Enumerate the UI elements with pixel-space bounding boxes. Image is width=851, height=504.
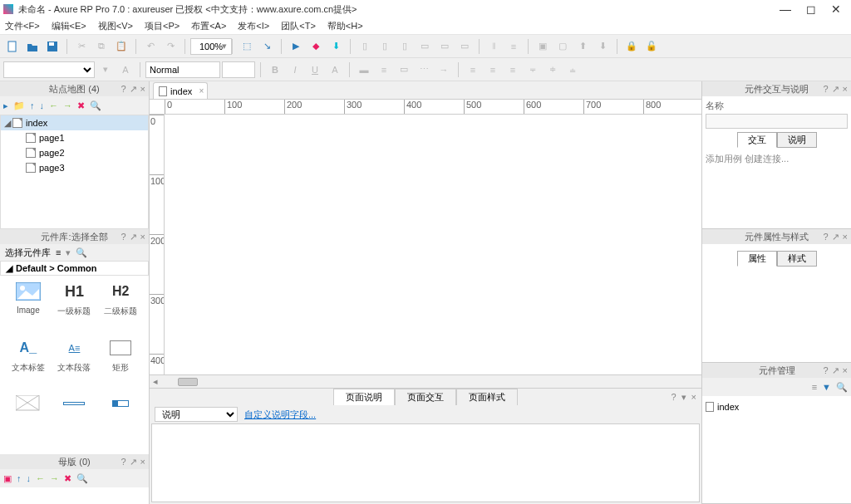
distribute-h-icon[interactable]: ⫴ [485, 37, 503, 56]
font-family-select[interactable] [3, 61, 95, 78]
widget-lib-selector[interactable]: 选择元件库 [5, 247, 51, 259]
text-top-icon[interactable]: ⫧ [524, 61, 542, 79]
tab-properties[interactable]: 属性 [737, 251, 777, 267]
outline-search-icon[interactable]: 🔍 [836, 382, 848, 393]
document-tab[interactable]: index × [153, 82, 208, 99]
align-center-icon[interactable]: ▯ [376, 37, 394, 56]
master-search-icon[interactable]: 🔍 [76, 473, 88, 484]
panel-close-icon[interactable]: × [843, 232, 848, 242]
panel-help-icon[interactable]: ? [823, 84, 828, 95]
unlock-icon[interactable]: 🔓 [642, 37, 661, 56]
bring-front-icon[interactable]: ⬆ [573, 37, 592, 56]
search-sitemap-icon[interactable]: 🔍 [90, 100, 101, 111]
panel-help-icon[interactable]: ? [121, 232, 125, 242]
search-widgets-icon[interactable]: 🔍 [76, 247, 87, 258]
close-button[interactable]: ✕ [831, 3, 841, 15]
undo-icon[interactable]: ↶ [141, 37, 160, 56]
master-left-icon[interactable]: ← [36, 473, 45, 483]
menu-edit[interactable]: 编辑<E> [52, 20, 86, 32]
custom-fields-link[interactable]: 自定义说明字段... [244, 409, 316, 421]
sitemap-page[interactable]: page3 [1, 160, 148, 175]
text-align-center-icon[interactable]: ≡ [484, 61, 502, 79]
widget-more[interactable] [5, 393, 52, 439]
widget-label[interactable]: A_ 文本标签 [5, 337, 52, 384]
connect-mode-icon[interactable]: ↘ [258, 37, 276, 56]
sitemap-page[interactable]: page2 [1, 145, 148, 160]
panel-pin-icon[interactable]: ↗ [130, 232, 137, 242]
font-bold-icon[interactable]: A [116, 61, 135, 79]
select-mode-icon[interactable]: ⬚ [238, 37, 256, 56]
scrollbar-thumb[interactable] [178, 378, 198, 386]
maximize-button[interactable]: ◻ [806, 3, 816, 15]
indent-icon[interactable]: → [63, 100, 72, 110]
widget-h1[interactable]: H1 一级标题 [52, 281, 98, 327]
menu-team[interactable]: 团队<T> [281, 20, 316, 32]
text-align-left-icon[interactable]: ≡ [464, 61, 482, 79]
sitemap-root[interactable]: ◢ index [1, 115, 148, 130]
align-middle-icon[interactable]: ▭ [435, 37, 454, 56]
widget-more[interactable] [52, 393, 98, 439]
align-top-icon[interactable]: ▭ [416, 37, 434, 56]
panel-help-icon[interactable]: ? [121, 457, 125, 467]
tab-style[interactable]: 样式 [777, 251, 817, 267]
panel-help-icon[interactable]: ? [671, 392, 676, 403]
font-size-input[interactable] [222, 61, 255, 78]
widgets-breadcrumb[interactable]: ◢Default > Common [0, 261, 149, 276]
paste-icon[interactable]: 📋 [112, 37, 130, 56]
panel-close-icon[interactable]: × [140, 457, 145, 467]
outline-sort-icon[interactable]: ≡ [812, 382, 817, 392]
sitemap-page[interactable]: page1 [1, 130, 148, 145]
align-right-icon[interactable]: ▯ [396, 37, 414, 56]
master-down-icon[interactable]: ↓ [27, 473, 32, 483]
move-down-icon[interactable]: ↓ [40, 100, 45, 110]
widget-name-input[interactable] [706, 114, 848, 129]
copy-icon[interactable]: ⧉ [92, 37, 111, 56]
group-icon[interactable]: ▣ [534, 37, 552, 56]
notes-textarea[interactable] [151, 423, 700, 502]
underline-icon[interactable]: U [306, 61, 324, 79]
panel-close-icon[interactable]: × [843, 365, 848, 376]
border-width-icon[interactable]: ≡ [375, 61, 393, 79]
distribute-v-icon[interactable]: ≡ [504, 37, 523, 56]
widget-rectangle[interactable]: 矩形 [97, 337, 144, 384]
widget-h2[interactable]: H2 二级标题 [97, 281, 144, 327]
font-down-icon[interactable]: ▾ [96, 61, 115, 79]
text-middle-icon[interactable]: ⫩ [544, 61, 562, 79]
tab-page-interactions[interactable]: 页面交互 [395, 389, 456, 405]
lock-icon[interactable]: 🔒 [622, 37, 641, 56]
menu-publish[interactable]: 发布<I> [238, 20, 269, 32]
horizontal-scrollbar[interactable]: ◂ [150, 374, 701, 388]
panel-pin-icon[interactable]: ↗ [130, 84, 137, 95]
open-file-icon[interactable] [23, 37, 42, 56]
menu-view[interactable]: 视图<V> [98, 20, 133, 32]
ungroup-icon[interactable]: ▢ [553, 37, 572, 56]
border-color-icon[interactable]: ▭ [395, 61, 413, 79]
align-bottom-icon[interactable]: ▭ [455, 37, 474, 56]
panel-pin-icon[interactable]: ↗ [832, 232, 839, 242]
save-icon[interactable] [43, 37, 61, 56]
panel-pin-icon[interactable]: ↗ [130, 457, 137, 467]
panel-pin-icon[interactable]: ↗ [832, 84, 839, 95]
font-weight-select[interactable] [145, 61, 220, 78]
text-bottom-icon[interactable]: ⫨ [563, 61, 582, 79]
add-master-icon[interactable]: ▣ [3, 473, 12, 484]
menu-file[interactable]: 文件<F> [5, 20, 40, 32]
add-case-hint[interactable]: 添加用例 创建连接... [706, 153, 848, 165]
master-right-icon[interactable]: → [50, 473, 59, 483]
axshare-icon[interactable]: ◆ [307, 37, 325, 56]
panel-help-icon[interactable]: ? [823, 232, 828, 242]
menu-arrange[interactable]: 布置<A> [191, 20, 226, 32]
add-folder-icon[interactable]: 📁 [13, 100, 25, 111]
panel-close-icon[interactable]: × [140, 232, 145, 242]
master-delete-icon[interactable]: ✖ [64, 473, 71, 484]
outdent-icon[interactable]: ← [49, 100, 58, 110]
bold-icon[interactable]: B [266, 61, 284, 79]
text-align-right-icon[interactable]: ≡ [504, 61, 522, 79]
preview-icon[interactable]: ▶ [287, 37, 305, 56]
panel-help-icon[interactable]: ? [823, 365, 828, 376]
notes-type-select[interactable]: 说明 [155, 407, 238, 422]
widget-image[interactable]: Image [5, 281, 52, 327]
outline-root[interactable]: index [706, 399, 848, 414]
master-up-icon[interactable]: ↑ [17, 473, 22, 483]
fill-color-icon[interactable]: ▬ [355, 61, 373, 79]
